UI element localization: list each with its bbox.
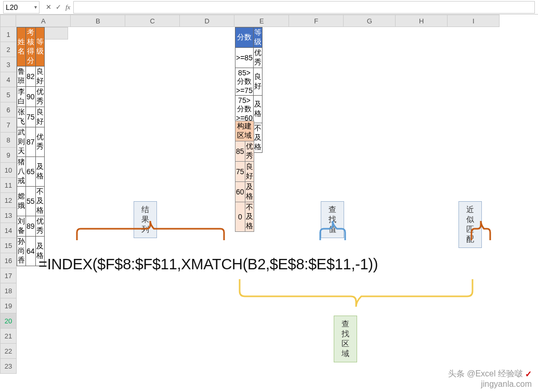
table-row[interactable]: 李白90优秀 bbox=[17, 87, 45, 107]
cell[interactable]: 良好 bbox=[245, 162, 254, 182]
cancel-icon[interactable]: ✕ bbox=[46, 3, 51, 11]
row-header-19[interactable]: 19 bbox=[0, 298, 17, 313]
row-header-5[interactable]: 5 bbox=[0, 87, 17, 102]
data-table-main: 姓名 考核得分 等级 鲁班82良好李白90优秀张飞75良好武则天87优秀猪八戒6… bbox=[17, 27, 45, 266]
cell[interactable]: 良好 bbox=[253, 68, 262, 96]
formula-bar: L20 ▾ ✕ ✓ fx bbox=[0, 0, 538, 15]
select-all-corner[interactable] bbox=[0, 15, 16, 27]
row-header-20[interactable]: 20 bbox=[0, 313, 17, 329]
row-header-11[interactable]: 11 bbox=[0, 178, 17, 193]
column-header-B[interactable]: B bbox=[71, 15, 125, 27]
cell[interactable]: 89 bbox=[26, 216, 36, 237]
col-header-grade: 等级 bbox=[35, 28, 44, 67]
row-header-23[interactable]: 23 bbox=[0, 359, 17, 374]
row-header-17[interactable]: 17 bbox=[0, 268, 17, 283]
cell[interactable]: 张飞 bbox=[17, 107, 26, 127]
cell[interactable]: 75>分数>=60 bbox=[235, 96, 254, 123]
cell[interactable]: 优秀 bbox=[245, 141, 254, 162]
column-header-I[interactable]: I bbox=[448, 15, 500, 27]
cell[interactable]: 猪八戒 bbox=[17, 157, 26, 187]
cell[interactable]: 64 bbox=[26, 237, 36, 266]
cell[interactable]: 优秀 bbox=[35, 87, 44, 107]
cell[interactable]: 90 bbox=[26, 87, 36, 107]
table-row[interactable]: 0不及格 bbox=[235, 202, 254, 232]
table-row[interactable]: 张飞75良好 bbox=[17, 107, 45, 127]
column-header-C[interactable]: C bbox=[125, 15, 180, 27]
col-header-name: 姓名 bbox=[17, 28, 26, 67]
table-row[interactable]: 猪八戒65及格 bbox=[17, 157, 45, 187]
column-header-H[interactable]: H bbox=[396, 15, 448, 27]
cell[interactable]: 55 bbox=[26, 187, 36, 216]
row-header-15[interactable]: 15 bbox=[0, 238, 17, 253]
row-header-22[interactable]: 22 bbox=[0, 344, 17, 359]
brace-approx-icon bbox=[469, 219, 493, 243]
column-header-G[interactable]: G bbox=[344, 15, 396, 27]
table-row[interactable]: 鲁班82良好 bbox=[17, 67, 45, 87]
row-header-1[interactable]: 1 bbox=[0, 27, 17, 42]
row-header-8[interactable]: 8 bbox=[0, 133, 17, 148]
formula-input[interactable] bbox=[73, 1, 535, 14]
cell[interactable]: 不及格 bbox=[35, 187, 44, 216]
cell[interactable]: 优秀 bbox=[35, 127, 44, 157]
cell[interactable]: 75 bbox=[26, 107, 36, 127]
cell[interactable]: 87 bbox=[26, 127, 36, 157]
row-header-7[interactable]: 7 bbox=[0, 117, 17, 133]
cell[interactable]: 良好 bbox=[35, 67, 44, 87]
cell[interactable]: 嫦娥 bbox=[17, 187, 26, 216]
cell[interactable]: 孙尚香 bbox=[17, 237, 26, 266]
table-row[interactable]: 60及格 bbox=[235, 182, 254, 202]
cell[interactable]: 85 bbox=[235, 141, 245, 162]
row-header-2[interactable]: 2 bbox=[0, 42, 17, 57]
cell[interactable]: 及格 bbox=[35, 157, 44, 187]
cell[interactable]: 不及格 bbox=[245, 202, 254, 232]
spreadsheet-grid[interactable]: ABCDEFGHIJ 12345678910111213141516171819… bbox=[0, 15, 538, 27]
chevron-down-icon[interactable]: ▾ bbox=[34, 4, 37, 10]
check-icon: ✓ bbox=[525, 369, 532, 379]
formula-bar-buttons: ✕ ✓ fx bbox=[43, 3, 73, 11]
cell[interactable]: 刘备 bbox=[17, 216, 26, 237]
row-header-4[interactable]: 4 bbox=[0, 72, 17, 87]
row-header-13[interactable]: 13 bbox=[0, 208, 17, 223]
fx-icon[interactable]: fx bbox=[65, 3, 70, 11]
row-header-3[interactable]: 3 bbox=[0, 57, 17, 72]
table-row[interactable]: 85>分数>=75良好 bbox=[235, 68, 263, 96]
cell[interactable]: 鲁班 bbox=[17, 67, 26, 87]
cell[interactable]: >=85 bbox=[235, 48, 254, 68]
cell[interactable]: 不及格 bbox=[253, 123, 262, 153]
column-header-A[interactable]: A bbox=[16, 15, 71, 27]
confirm-icon[interactable]: ✓ bbox=[56, 3, 61, 11]
cell[interactable]: 良好 bbox=[35, 107, 44, 127]
cell[interactable]: 85>分数>=75 bbox=[235, 68, 254, 96]
row-header-9[interactable]: 9 bbox=[0, 148, 17, 163]
table-row[interactable]: >=85优秀 bbox=[235, 48, 263, 68]
cell[interactable]: 65 bbox=[26, 157, 36, 187]
row-header-14[interactable]: 14 bbox=[0, 223, 17, 238]
row-header-6[interactable]: 6 bbox=[0, 102, 17, 117]
name-box[interactable]: L20 ▾ bbox=[3, 1, 40, 14]
cell[interactable]: 优秀 bbox=[35, 216, 44, 237]
cell[interactable]: 60 bbox=[235, 182, 245, 202]
cell[interactable]: 及格 bbox=[245, 182, 254, 202]
column-header-E[interactable]: E bbox=[234, 15, 289, 27]
cell[interactable]: 李白 bbox=[17, 87, 26, 107]
table-row[interactable]: 75>分数>=60及格 bbox=[235, 96, 263, 123]
cell[interactable]: 及格 bbox=[253, 96, 262, 123]
callout-lookup-range: 查找区域 bbox=[334, 316, 357, 362]
row-header-16[interactable]: 16 bbox=[0, 253, 17, 268]
row-header-18[interactable]: 18 bbox=[0, 283, 17, 298]
column-header-D[interactable]: D bbox=[180, 15, 234, 27]
row-header-21[interactable]: 21 bbox=[0, 329, 17, 344]
cell[interactable]: 0 bbox=[235, 202, 245, 232]
cell[interactable]: 武则天 bbox=[17, 127, 26, 157]
table-row[interactable]: 85优秀 bbox=[235, 141, 254, 162]
table-row[interactable]: 武则天87优秀 bbox=[17, 127, 45, 157]
table-row[interactable]: 嫦娥55不及格 bbox=[17, 187, 45, 216]
cell[interactable]: 优秀 bbox=[253, 48, 262, 68]
cell[interactable]: 82 bbox=[26, 67, 36, 87]
table-row[interactable]: 刘备89优秀 bbox=[17, 216, 45, 237]
cell[interactable]: 75 bbox=[235, 162, 245, 182]
column-header-F[interactable]: F bbox=[289, 15, 344, 27]
table-row[interactable]: 75良好 bbox=[235, 162, 254, 182]
row-header-10[interactable]: 10 bbox=[0, 163, 17, 178]
row-header-12[interactable]: 12 bbox=[0, 193, 17, 208]
